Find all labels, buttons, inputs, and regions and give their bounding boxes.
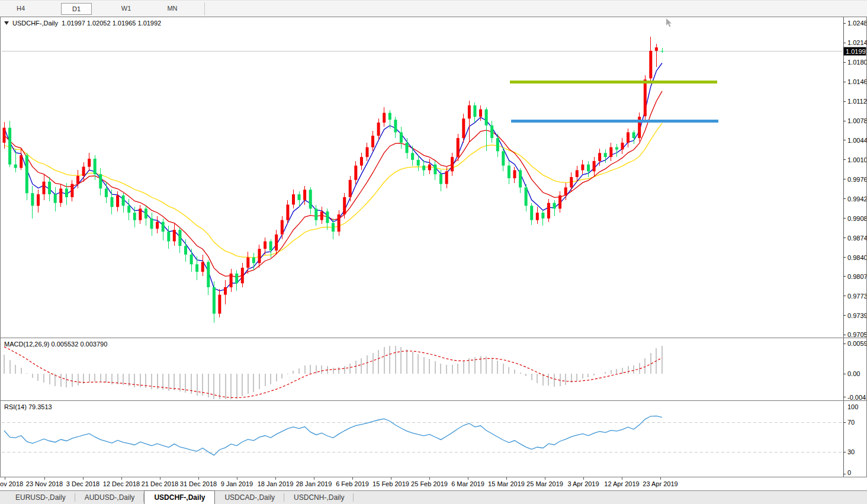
date-label: 6 Feb 2019: [336, 480, 369, 487]
candle-body: [400, 132, 403, 142]
chart-ohlc-values: 1.01997 1.02052 1.01965 1.01992: [62, 20, 161, 27]
price-tick-label: 0.99080: [847, 215, 866, 222]
candle-body: [70, 184, 73, 197]
rsi-tick-label: 0: [847, 469, 851, 476]
candle-body: [479, 110, 482, 117]
timeframe-button-d1[interactable]: D1: [61, 3, 92, 15]
chart-tab-usdcad[interactable]: USDCAD-,Daily: [215, 491, 284, 504]
chart-tab-usdchf[interactable]: USDCHF-,Daily: [144, 490, 215, 504]
candle-body: [354, 166, 357, 180]
candle-body: [383, 113, 386, 123]
candle-body: [326, 211, 329, 223]
candle-body: [627, 132, 630, 142]
candle-body: [48, 182, 51, 194]
chart-tab-usdcnh[interactable]: USDCNH-,Daily: [284, 491, 354, 504]
candle-body: [343, 197, 346, 214]
rsi-plot-area[interactable]: 10070300: [1, 401, 866, 477]
price-tick-label: 0.97730: [847, 293, 866, 300]
date-label: 3 Dec 2018: [66, 480, 99, 487]
date-label: 31 Dec 2018: [180, 480, 217, 487]
date-label: 15 Mar 2019: [488, 480, 525, 487]
timeframe-button-h4[interactable]: H4: [11, 3, 31, 15]
candle-body: [598, 153, 601, 161]
price-tick-label: 1.00100: [847, 156, 866, 163]
current-price-tag-label: 1.01992: [846, 48, 866, 55]
rsi-line: [4, 416, 662, 455]
date-tick: [83, 477, 84, 480]
candle-body: [173, 230, 176, 241]
candle-body: [593, 161, 596, 171]
main-chart-panel[interactable]: USDCHF-,Daily 1.01997 1.02052 1.01965 1.…: [0, 17, 867, 338]
price-tick-label: 0.99420: [847, 195, 866, 203]
price-tick-label: 0.98400: [847, 254, 866, 261]
candle-body: [462, 118, 465, 138]
collapse-chart-icon[interactable]: [4, 21, 9, 25]
candle-body: [360, 157, 363, 166]
candle-body: [406, 143, 409, 153]
tab-separator: [353, 493, 354, 502]
timeframe-button-w1[interactable]: W1: [114, 3, 138, 15]
candle-body: [37, 194, 40, 206]
candle-body: [162, 222, 165, 232]
candle-body: [519, 170, 522, 187]
ma-medium-line: [4, 91, 662, 277]
candle-body: [25, 155, 28, 193]
date-tick: [429, 477, 430, 480]
candle-body: [111, 197, 114, 207]
candle-body: [468, 105, 471, 118]
candle-body: [558, 195, 561, 208]
date-tick: [237, 477, 237, 480]
candle-body: [105, 188, 108, 197]
price-tick-label: 0.99760: [847, 176, 866, 183]
chart-tab-eurusd[interactable]: EURUSD-,Daily: [6, 491, 75, 504]
rsi-tick-label: 30: [847, 448, 855, 455]
candle-body: [615, 147, 618, 150]
date-tick: [198, 477, 199, 480]
date-tick: [121, 477, 122, 480]
price-tick-label: 1.01460: [847, 78, 866, 85]
candle-body: [275, 235, 278, 251]
timeframe-toolbar: H4D1W1MN: [0, 0, 867, 17]
date-tick: [44, 477, 45, 480]
candle-body: [156, 222, 159, 229]
candle-body: [139, 208, 142, 220]
candle-body: [88, 159, 91, 167]
candle-body: [621, 143, 624, 150]
price-plot-area[interactable]: 1.024801.021401.018001.014601.011201.007…: [1, 17, 866, 338]
macd-tick-label: 0.00: [847, 370, 860, 377]
candle-body: [281, 220, 284, 235]
timeframe-button-mn[interactable]: MN: [160, 3, 184, 15]
candle-body: [541, 213, 544, 219]
candle-body: [224, 287, 227, 295]
candle-body: [59, 188, 62, 203]
rsi-tick-label: 70: [847, 419, 855, 426]
candle-body: [65, 188, 68, 197]
date-axis[interactable]: 14 Nov 201823 Nov 20183 Dec 201812 Dec 2…: [0, 477, 867, 490]
date-tick: [160, 477, 160, 480]
candle-body: [457, 138, 460, 157]
candle-body: [31, 193, 34, 206]
candle-body: [298, 194, 301, 200]
date-tick: [660, 477, 661, 480]
candle-body: [207, 262, 210, 287]
candle-body: [43, 182, 46, 194]
chart-title: USDCHF-,Daily 1.01997 1.02052 1.01965 1.…: [4, 20, 161, 27]
price-tick-label: 0.98740: [847, 235, 866, 242]
candle-body: [150, 219, 153, 229]
price-tick-label: 1.00780: [847, 117, 866, 124]
candle-body: [564, 187, 567, 195]
macd-panel[interactable]: MACD(12,26,9) 0.005532 0.003790 0.005997…: [0, 338, 867, 401]
macd-plot-area[interactable]: 0.0059970.00-0.004244: [1, 338, 866, 400]
candle-body: [99, 174, 102, 188]
price-tick-label: 0.98070: [847, 273, 866, 280]
mouse-cursor: [666, 18, 672, 27]
price-tick-label: 0.97050: [847, 331, 866, 338]
chart-tab-audusd[interactable]: AUDUSD-,Daily: [75, 491, 144, 504]
candle-body: [604, 153, 607, 157]
price-tick-label: 1.02480: [847, 20, 866, 27]
rsi-panel[interactable]: RSI(14) 79.3513 10070300: [0, 400, 867, 477]
date-label: 28 Jan 2019: [296, 480, 332, 487]
candle-body: [3, 128, 6, 143]
candle-body: [292, 194, 295, 204]
candle-body: [428, 165, 431, 171]
